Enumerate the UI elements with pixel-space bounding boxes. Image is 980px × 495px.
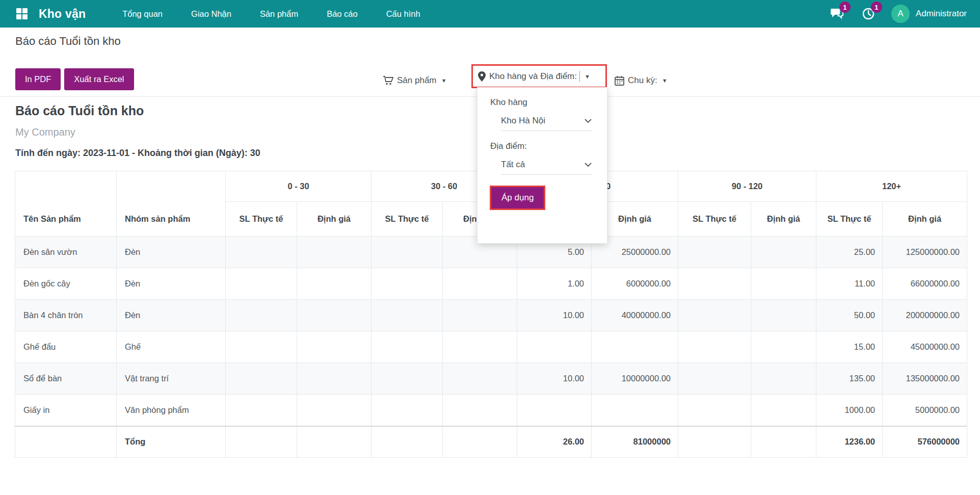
cell-value bbox=[226, 331, 297, 363]
cell-value: 1.00 bbox=[517, 268, 592, 300]
warehouse-location-panel: Kho hàng Kho Hà Nội Địa điểm: Tất cả Áp … bbox=[477, 87, 607, 244]
messages-button[interactable]: 1 bbox=[828, 5, 845, 22]
page: Kho vận Tổng quanGiao NhậnSản phẩmBáo cá… bbox=[0, 0, 980, 495]
cell-value bbox=[678, 331, 751, 363]
product-filter-label: Sản phẩm bbox=[397, 75, 437, 86]
print-pdf-button[interactable]: In PDF bbox=[15, 68, 61, 90]
total-value: 1236.00 bbox=[816, 426, 883, 458]
total-label: Tổng bbox=[117, 426, 226, 458]
total-value bbox=[751, 426, 816, 458]
cell-product-group: Đèn bbox=[117, 300, 226, 331]
cell-value bbox=[297, 395, 372, 426]
cell-value: 11.00 bbox=[816, 268, 883, 300]
table-row-3: Ghế đẩuGhế15.0045000000.00 bbox=[15, 331, 967, 363]
nav-item-2[interactable]: Sản phẩm bbox=[248, 1, 310, 27]
app-brand[interactable]: Kho vận bbox=[39, 7, 86, 21]
location-select[interactable]: Tất cả bbox=[501, 160, 592, 175]
export-excel-button[interactable]: Xuất ra Excel bbox=[64, 68, 134, 90]
cell-value bbox=[297, 300, 372, 331]
chevron-down-icon bbox=[585, 119, 592, 123]
cell-value: 25.00 bbox=[816, 237, 883, 268]
cell-value bbox=[372, 331, 443, 363]
cell-value: 45000000.00 bbox=[883, 331, 967, 363]
bucket-header-0: 0 - 30 bbox=[226, 171, 372, 202]
cell-value bbox=[678, 363, 751, 395]
cell-value bbox=[443, 395, 517, 426]
cell-value bbox=[226, 300, 297, 331]
total-value bbox=[678, 426, 751, 458]
total-empty-cell bbox=[15, 426, 117, 458]
group-column-header: Nhóm sản phẩm bbox=[117, 171, 226, 237]
cell-value bbox=[226, 237, 297, 268]
cell-value bbox=[372, 237, 443, 268]
cell-value: 50.00 bbox=[816, 300, 883, 331]
cell-value bbox=[443, 300, 517, 331]
activities-button[interactable]: 1 bbox=[860, 5, 877, 22]
qty-header-1: SL Thực tế bbox=[372, 202, 443, 237]
cell-value: 10000000.00 bbox=[592, 363, 678, 395]
cell-product-group: Đèn bbox=[117, 237, 226, 268]
warehouse-location-filter-dropdown[interactable]: Kho hàng và Địa điểm: ▼ bbox=[471, 64, 607, 88]
nav-item-3[interactable]: Báo cáo bbox=[314, 1, 370, 27]
cell-value bbox=[443, 268, 517, 300]
period-filter-dropdown[interactable]: Chu kỳ: ▼ bbox=[615, 69, 668, 92]
table-body: Đèn sân vườnĐèn5.0025000000.0025.0012500… bbox=[15, 237, 967, 458]
divider bbox=[579, 71, 580, 82]
period-filter-label: Chu kỳ: bbox=[628, 75, 657, 86]
cell-value bbox=[678, 268, 751, 300]
cell-product-name: Giấy in bbox=[15, 395, 117, 426]
nav-item-0[interactable]: Tổng quan bbox=[110, 1, 175, 27]
nav-item-4[interactable]: Cấu hình bbox=[374, 1, 433, 27]
report-company: My Company bbox=[15, 126, 75, 138]
navbar-menu: Tổng quanGiao NhậnSản phẩmBáo cáoCấu hìn… bbox=[110, 1, 433, 27]
val-header-3: Định giá bbox=[751, 202, 816, 237]
action-buttons: In PDF Xuất ra Excel bbox=[15, 68, 134, 90]
product-filter-dropdown[interactable]: Sản phẩm ▼ bbox=[383, 69, 446, 92]
cell-value bbox=[443, 363, 517, 395]
table-row-5: Giấy inVăn phòng phẩm1000.005000000.00 bbox=[15, 395, 967, 426]
cell-product-group: Ghế bbox=[117, 331, 226, 363]
qty-header-4: SL Thực tế bbox=[816, 202, 883, 237]
cell-value bbox=[297, 268, 372, 300]
cell-product-name: Đèn gốc cây bbox=[15, 268, 117, 300]
cart-icon bbox=[383, 76, 393, 85]
cell-value bbox=[297, 363, 372, 395]
val-header-0: Định giá bbox=[297, 202, 372, 237]
cell-value: 66000000.00 bbox=[883, 268, 967, 300]
warehouse-select[interactable]: Kho Hà Nội bbox=[501, 116, 592, 131]
cell-value bbox=[372, 268, 443, 300]
val-header-4: Định giá bbox=[883, 202, 967, 237]
user-menu[interactable]: Administrator bbox=[916, 9, 967, 19]
warehouse-select-value: Kho Hà Nội bbox=[501, 116, 545, 126]
cell-value bbox=[372, 363, 443, 395]
total-value bbox=[372, 426, 443, 458]
cell-value: 135.00 bbox=[816, 363, 883, 395]
messages-badge: 1 bbox=[839, 2, 851, 13]
chevron-down-icon bbox=[585, 163, 592, 167]
cell-value: 6000000.00 bbox=[592, 268, 678, 300]
caret-down-icon: ▼ bbox=[585, 73, 590, 80]
page-title: Báo cáo Tuổi tồn kho bbox=[15, 35, 121, 48]
cell-value bbox=[751, 363, 816, 395]
table-row-1: Đèn gốc câyĐèn1.006000000.0011.006600000… bbox=[15, 268, 967, 300]
cell-value bbox=[297, 237, 372, 268]
apps-grid-icon[interactable] bbox=[16, 8, 28, 19]
avatar[interactable]: A bbox=[891, 5, 910, 23]
total-value: 576000000 bbox=[883, 426, 967, 458]
bucket-header-3: 90 - 120 bbox=[678, 171, 816, 202]
cell-value bbox=[678, 395, 751, 426]
apply-button[interactable]: Áp dụng bbox=[491, 187, 544, 209]
nav-item-1[interactable]: Giao Nhận bbox=[179, 1, 244, 27]
product-column-header: Tên Sản phẩm bbox=[15, 171, 117, 237]
report-meta: Tính đến ngày: 2023-11-01 - Khoảng thời … bbox=[15, 148, 260, 159]
report-title: Báo cáo Tuổi tồn kho bbox=[15, 103, 144, 118]
location-label: Địa điểm: bbox=[490, 141, 607, 151]
apply-button-highlight: Áp dụng bbox=[490, 186, 545, 210]
warehouse-location-filter-label: Kho hàng và Địa điểm: bbox=[489, 71, 577, 82]
cell-value bbox=[226, 363, 297, 395]
cell-value bbox=[372, 395, 443, 426]
total-value bbox=[297, 426, 372, 458]
qty-header-0: SL Thực tế bbox=[226, 202, 297, 237]
warehouse-label: Kho hàng bbox=[490, 97, 607, 108]
cell-value bbox=[678, 237, 751, 268]
